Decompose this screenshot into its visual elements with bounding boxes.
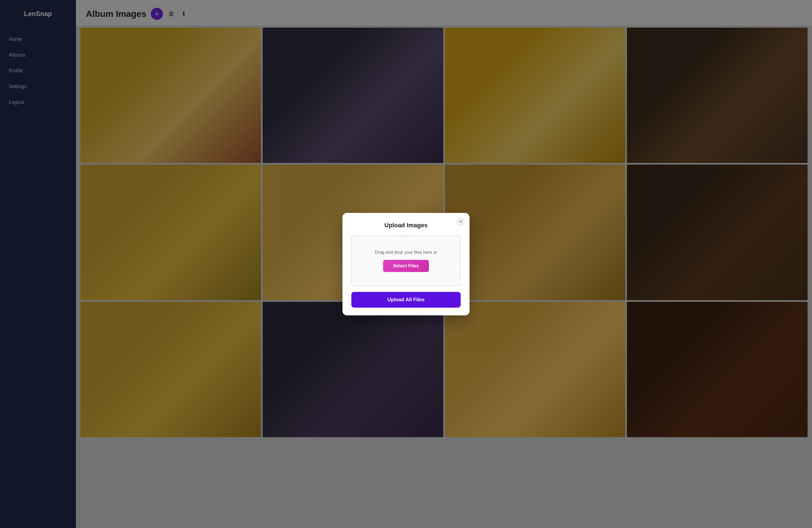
close-icon: × xyxy=(459,219,462,224)
modal-close-button[interactable]: × xyxy=(456,217,465,226)
modal-title: Upload Images xyxy=(351,222,461,229)
drop-text: Drag and drop your files here or xyxy=(375,250,437,255)
drop-zone[interactable]: Drag and drop your files here or Select … xyxy=(351,236,461,287)
upload-all-button[interactable]: Upload All Files xyxy=(351,292,461,308)
upload-modal: × Upload Images Drag and drop your files… xyxy=(343,213,469,316)
select-files-button[interactable]: Select Files xyxy=(383,260,429,272)
modal-overlay[interactable]: × Upload Images Drag and drop your files… xyxy=(0,0,812,528)
